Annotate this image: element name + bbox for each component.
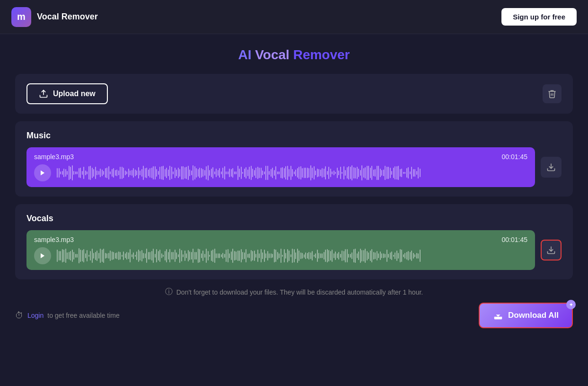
signup-button[interactable]: Sign up for free: [501, 8, 577, 26]
music-track-info: sample3.mp3 00:01:45: [34, 153, 527, 161]
page-title: AI Vocal Remover: [15, 47, 573, 63]
play-icon: [39, 252, 46, 259]
music-download-button[interactable]: [541, 157, 562, 178]
logo-group: m Vocal Remover: [11, 7, 98, 27]
title-remover: Remover: [290, 47, 350, 62]
delete-button[interactable]: [543, 84, 562, 103]
bottom-bar: ⏱ Login to get free available time Downl…: [15, 303, 573, 328]
vocals-download-button[interactable]: [541, 240, 562, 260]
music-filename: sample3.mp3: [34, 153, 74, 161]
vocals-waveform: [57, 247, 527, 264]
login-link[interactable]: Login: [27, 312, 44, 319]
main-content: AI Vocal Remover Upload new Music: [0, 34, 588, 341]
vocals-duration: 00:01:45: [502, 236, 528, 243]
vocals-section: Vocals sample3.mp3 00:01:45: [15, 204, 573, 279]
download-all-icon: [493, 310, 503, 321]
vocals-filename: sample3.mp3: [34, 236, 74, 243]
login-suffix: to get free available time: [47, 312, 120, 319]
title-ai: AI: [238, 47, 255, 62]
vocals-track-row: sample3.mp3 00:01:45: [26, 230, 562, 270]
music-track-row: sample3.mp3 00:01:45: [26, 147, 562, 187]
upload-button[interactable]: Upload new: [26, 83, 108, 104]
clock-icon: ⏱: [15, 311, 24, 321]
music-waveform: [57, 164, 527, 181]
login-hint-group: ⏱ Login to get free available time: [15, 311, 120, 321]
upload-label: Upload new: [53, 90, 96, 98]
info-icon: ⓘ: [165, 287, 173, 297]
header: m Vocal Remover Sign up for free: [0, 0, 588, 34]
vocals-controls: [34, 247, 527, 264]
vocals-track-info: sample3.mp3 00:01:45: [34, 236, 527, 243]
vocals-play-button[interactable]: [34, 247, 51, 264]
title-vocal: Vocal: [255, 47, 290, 62]
music-play-button[interactable]: [34, 164, 51, 181]
music-player: sample3.mp3 00:01:45: [26, 147, 535, 187]
vocals-player: sample3.mp3 00:01:45: [26, 230, 535, 270]
app-name: Vocal Remover: [37, 12, 98, 22]
download-all-button[interactable]: Download All ✦: [479, 303, 573, 328]
svg-marker-3: [41, 253, 44, 259]
upload-panel: Upload new: [15, 74, 573, 114]
vocals-section-title: Vocals: [26, 214, 562, 224]
logo-icon: m: [11, 7, 31, 27]
corner-badge: ✦: [566, 300, 576, 309]
download-all-label: Download All: [508, 311, 559, 320]
download-icon: [546, 245, 556, 255]
notice-row: ⓘ Don't forget to download your files. T…: [15, 287, 573, 297]
play-icon: [39, 170, 46, 176]
trash-icon: [547, 89, 557, 99]
music-duration: 00:01:45: [502, 153, 528, 161]
download-icon: [546, 162, 556, 172]
music-controls: [34, 164, 527, 181]
svg-marker-1: [41, 171, 44, 176]
music-section-title: Music: [26, 131, 562, 141]
notice-text: Don't forget to download your files. The…: [176, 288, 423, 296]
music-section: Music sample3.mp3 00:01:45: [15, 121, 573, 197]
upload-icon: [39, 89, 48, 99]
